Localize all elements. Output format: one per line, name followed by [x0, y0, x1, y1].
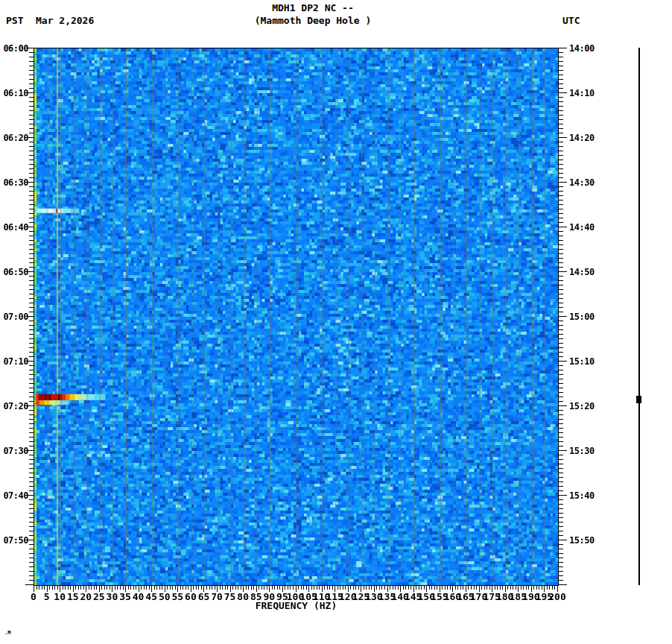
- time-minor-tick-right: [559, 253, 563, 254]
- time-minor-tick-left: [29, 253, 34, 254]
- time-minor-tick-left: [29, 83, 34, 84]
- freq-minor-tick: [419, 586, 419, 590]
- freq-minor-tick: [293, 586, 294, 590]
- freq-minor-tick: [434, 586, 435, 590]
- time-minor-tick-right: [559, 356, 563, 357]
- time-minor-tick-right: [559, 70, 563, 71]
- time-minor-tick-left: [29, 432, 34, 433]
- freq-minor-tick: [327, 586, 328, 590]
- time-minor-tick-right: [559, 575, 563, 576]
- time-minor-tick-left: [29, 289, 34, 290]
- time-minor-tick-left: [29, 575, 34, 576]
- freq-minor-tick: [110, 586, 110, 590]
- time-minor-tick-right: [559, 115, 563, 116]
- time-minor-tick-left: [29, 504, 34, 505]
- time-minor-tick-left: [29, 338, 34, 339]
- freq-minor-tick: [96, 586, 97, 590]
- time-label-pst: 06:40: [1, 222, 28, 233]
- time-minor-tick-left: [29, 468, 34, 469]
- freq-minor-tick: [353, 586, 354, 590]
- freq-minor-tick: [212, 586, 212, 590]
- time-minor-tick-left: [29, 177, 34, 178]
- freq-minor-tick: [49, 586, 50, 590]
- freq-minor-tick: [484, 586, 485, 590]
- time-minor-tick-right: [559, 401, 563, 402]
- freq-minor-tick: [447, 586, 448, 590]
- time-label-utc: 14:10: [569, 88, 595, 98]
- time-label-pst: 07:10: [1, 356, 28, 367]
- freq-minor-tick: [437, 586, 437, 590]
- time-minor-tick-right: [559, 459, 563, 460]
- time-minor-tick-left: [29, 195, 34, 196]
- time-minor-tick-right: [559, 486, 563, 487]
- time-minor-tick-left: [29, 486, 34, 487]
- freq-minor-tick: [39, 586, 39, 590]
- freq-minor-tick: [398, 586, 399, 590]
- freq-minor-tick: [547, 586, 548, 590]
- time-minor-tick-left: [29, 213, 34, 214]
- freq-minor-tick: [144, 586, 145, 590]
- freq-minor-tick: [120, 586, 121, 590]
- time-minor-tick-left: [29, 168, 34, 169]
- time-minor-tick-left: [29, 262, 34, 263]
- freq-minor-tick: [133, 586, 134, 590]
- freq-minor-tick: [227, 586, 228, 590]
- time-minor-tick-left: [29, 459, 34, 460]
- spectrogram-canvas: [34, 48, 558, 585]
- time-label-utc: 14:50: [569, 267, 595, 277]
- time-minor-tick-right: [559, 79, 563, 80]
- freq-minor-tick: [301, 586, 302, 590]
- time-major-tick-right: [559, 540, 567, 540]
- freq-minor-tick: [337, 586, 338, 590]
- time-minor-tick-right: [559, 464, 563, 464]
- time-minor-tick-left: [29, 365, 34, 366]
- freq-minor-tick: [167, 586, 168, 590]
- freq-minor-tick: [445, 586, 446, 590]
- freq-minor-tick: [154, 586, 155, 590]
- time-minor-tick-right: [559, 544, 563, 545]
- freq-minor-tick: [411, 586, 411, 590]
- time-minor-tick-left: [29, 446, 34, 446]
- time-minor-tick-right: [559, 329, 563, 330]
- freq-minor-tick: [366, 586, 367, 590]
- time-minor-tick-right: [559, 553, 563, 554]
- freq-minor-tick: [523, 586, 524, 590]
- freq-minor-tick: [500, 586, 501, 590]
- freq-minor-tick: [497, 586, 498, 590]
- time-minor-tick-right: [559, 52, 563, 53]
- freq-minor-tick: [101, 586, 102, 590]
- time-minor-tick-right: [559, 334, 563, 335]
- time-minor-tick-left: [29, 531, 34, 531]
- freq-minor-tick: [159, 586, 160, 590]
- freq-minor-tick: [65, 586, 66, 590]
- time-label-pst: 06:00: [1, 43, 28, 54]
- time-minor-tick-left: [29, 428, 34, 429]
- time-minor-tick-left: [29, 128, 34, 129]
- freq-minor-tick: [288, 586, 288, 590]
- time-minor-tick-left: [29, 455, 34, 455]
- freq-minor-tick: [172, 586, 173, 590]
- corner-mark: .M: [4, 630, 10, 636]
- time-minor-tick-left: [29, 267, 34, 268]
- time-label-utc: 14:40: [569, 222, 595, 233]
- freq-minor-tick: [468, 586, 469, 590]
- freq-minor-tick: [141, 586, 142, 590]
- time-major-tick-right: [559, 182, 567, 183]
- time-label-utc: 15:20: [569, 401, 595, 411]
- time-minor-tick-right: [559, 370, 563, 370]
- time-minor-tick-left: [29, 356, 34, 357]
- freq-minor-tick: [274, 586, 275, 590]
- freq-minor-tick: [554, 586, 555, 590]
- time-label-utc: 15:30: [569, 446, 595, 456]
- time-minor-tick-left: [29, 499, 34, 500]
- time-minor-tick-right: [559, 101, 563, 102]
- time-major-tick-right: [559, 361, 567, 362]
- freq-minor-tick: [259, 586, 259, 590]
- freq-minor-tick: [170, 586, 171, 590]
- time-minor-tick-right: [559, 558, 563, 558]
- freq-minor-tick: [220, 586, 221, 590]
- time-minor-tick-left: [29, 562, 34, 563]
- time-minor-tick-left: [29, 441, 34, 442]
- time-minor-tick-left: [29, 200, 34, 201]
- time-minor-tick-right: [559, 298, 563, 299]
